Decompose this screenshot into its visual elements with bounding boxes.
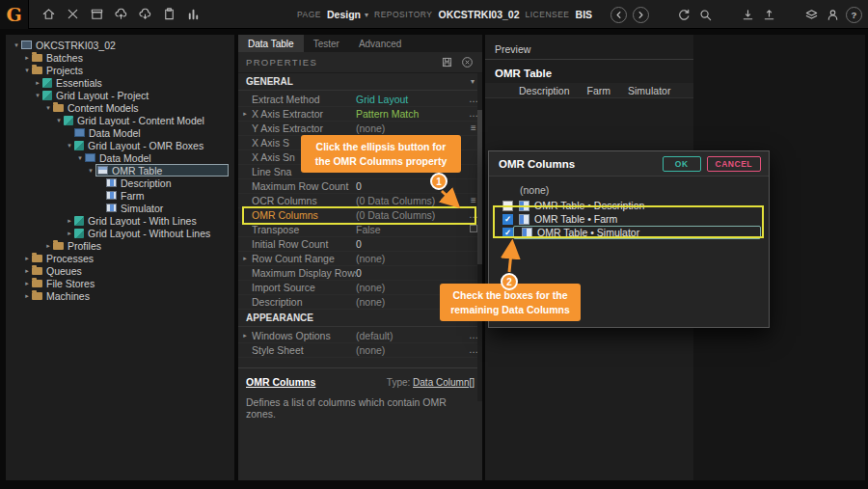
property-row-transpose[interactable]: TransposeFalse <box>238 223 482 237</box>
checkbox-checked[interactable]: ✓ <box>502 228 513 238</box>
expander-icon[interactable]: ▸ <box>65 217 74 225</box>
property-value[interactable]: (none) <box>356 122 465 134</box>
properties-scrollbar[interactable] <box>477 73 482 401</box>
page-selector[interactable]: Design <box>327 9 361 20</box>
expander-icon[interactable]: ▸ <box>238 332 252 340</box>
property-value[interactable]: (default) <box>356 330 465 341</box>
tree-item-queues[interactable]: ▸Queues <box>6 264 234 277</box>
property-value[interactable]: (none) <box>356 253 465 264</box>
expander-icon[interactable]: ▾ <box>54 117 64 124</box>
none-option[interactable]: (none) <box>520 184 763 197</box>
tree-item-grid-layout-with-lines[interactable]: ▸Grid Layout - With Lines <box>6 214 234 227</box>
property-value[interactable]: Grid Layout <box>356 94 465 105</box>
property-value[interactable]: False <box>356 224 465 235</box>
stats-icon[interactable] <box>185 7 201 22</box>
tree-item-omr-table[interactable]: ▾OMR Table <box>6 164 234 177</box>
tree-item-simulator[interactable]: Simulator <box>6 202 234 214</box>
refresh-icon[interactable] <box>676 7 692 22</box>
nav-forward-button[interactable] <box>633 7 649 23</box>
tree-item-machines[interactable]: ▸Machines <box>6 289 234 302</box>
expander-icon[interactable]: ▾ <box>43 104 53 112</box>
expander-icon[interactable]: ▸ <box>22 280 32 287</box>
property-row-extract-method[interactable]: Extract MethodGrid Layout… <box>238 93 482 107</box>
tree-item-grid-layout-without-lines[interactable]: ▸Grid Layout - Without Lines <box>6 227 234 239</box>
export-icon[interactable] <box>761 7 776 22</box>
tab-advanced[interactable]: Advanced <box>349 35 411 52</box>
tree-item-processes[interactable]: ▸Processes <box>6 252 234 264</box>
expander-icon[interactable]: ▾ <box>33 92 42 99</box>
tree-item-essentials[interactable]: ▸Essentials <box>6 76 234 89</box>
expander-icon[interactable]: ▸ <box>43 242 53 250</box>
tree-item-root[interactable]: ▾OKCSTRKI03_02 <box>6 39 234 51</box>
expander-icon[interactable]: ▸ <box>22 267 32 275</box>
expander-icon[interactable]: ▾ <box>22 67 32 74</box>
property-value[interactable]: (0 Data Columns) <box>356 209 465 221</box>
property-row-initial-row-count[interactable]: Initial Row Count0 <box>238 237 482 252</box>
expander-icon[interactable]: ▾ <box>12 41 21 49</box>
expander-icon[interactable]: ▾ <box>75 154 85 162</box>
expander-icon[interactable]: ▸ <box>22 54 32 62</box>
search-icon[interactable] <box>697 7 713 22</box>
column-header[interactable]: Farm <box>587 85 611 96</box>
type-link[interactable]: Data Column[] <box>413 377 475 388</box>
property-row-y-axis-extractor[interactable]: Y Axis Extractor(none)≡ <box>238 122 482 136</box>
expander-icon[interactable]: ▾ <box>65 142 74 149</box>
expander-icon[interactable]: ▸ <box>65 230 74 237</box>
property-row-row-count-range[interactable]: ▸Row Count Range(none) <box>238 252 482 266</box>
checkbox-checked[interactable]: ✓ <box>502 214 513 225</box>
dialog-item-simulator[interactable]: ✓ OMR Table • Simulator <box>497 226 763 239</box>
close-icon[interactable] <box>460 55 475 69</box>
tab-data-table[interactable]: Data Table <box>238 35 304 52</box>
dialog-item-farm[interactable]: ✓ OMR Table • Farm <box>497 212 763 226</box>
property-row-x-axis-extractor[interactable]: ▸X Axis ExtractorPattern Match… <box>238 107 482 122</box>
tree-item-profiles[interactable]: ▸Profiles <box>6 239 234 252</box>
tab-tester[interactable]: Tester <box>304 35 349 52</box>
scrollbar-thumb[interactable] <box>477 110 482 264</box>
user-icon[interactable] <box>825 7 840 22</box>
expander-icon[interactable]: ▸ <box>22 292 32 300</box>
help-button[interactable]: ? <box>846 7 862 23</box>
app-logo[interactable]: G <box>0 0 29 29</box>
ok-button[interactable]: OK <box>663 156 701 172</box>
tree-item-batches[interactable]: ▸Batches <box>6 51 234 64</box>
column-header[interactable]: Simulator <box>628 85 670 96</box>
property-value[interactable]: (none) <box>356 344 465 356</box>
tree-item-data-model-1[interactable]: Data Model <box>6 126 234 139</box>
property-row-style-sheet[interactable]: Style Sheet(none)… <box>238 343 482 358</box>
tree-item-grid-layout-content-model[interactable]: ▾Grid Layout - Content Model <box>6 114 234 126</box>
dialog-item-description[interactable]: OMR Table • Description <box>497 199 763 212</box>
expander-icon[interactable]: ▸ <box>22 255 32 262</box>
expander-icon[interactable]: ▸ <box>238 255 252 262</box>
tree-item-grid-layout-omr-boxes[interactable]: ▾Grid Layout - OMR Boxes <box>6 139 234 151</box>
tree-item-farm[interactable]: Farm <box>6 189 234 202</box>
clipboard-icon[interactable] <box>161 7 176 22</box>
expander-icon[interactable]: ▸ <box>33 79 42 87</box>
property-value[interactable]: 0 <box>356 267 465 279</box>
layers-icon[interactable] <box>803 7 819 22</box>
tools-icon[interactable] <box>65 7 80 22</box>
property-value[interactable]: 0 <box>356 238 465 250</box>
tree-item-grid-layout-project[interactable]: ▾Grid Layout - Project <box>6 89 234 101</box>
property-row-windows-options[interactable]: ▸Windows Options(default)… <box>238 329 482 343</box>
import-icon[interactable] <box>740 7 755 22</box>
cloud-upload-icon[interactable] <box>113 7 128 22</box>
home-icon[interactable] <box>41 7 56 22</box>
property-row-ocr-columns[interactable]: OCR Columns(0 Data Columns)≡ <box>238 194 482 208</box>
expander-icon[interactable]: ▾ <box>86 167 95 175</box>
checkbox-unchecked[interactable] <box>502 201 513 211</box>
tree-item-data-model-2[interactable]: ▾Data Model <box>6 151 234 164</box>
property-value[interactable]: Pattern Match <box>356 108 465 120</box>
cloud-download-icon[interactable] <box>137 7 152 22</box>
tree-item-projects[interactable]: ▾Projects <box>6 64 234 76</box>
nav-back-button[interactable] <box>610 7 627 23</box>
property-row-omr-columns[interactable]: OMR Columns(0 Data Columns)… <box>238 208 482 223</box>
tree-item-content-models[interactable]: ▾Content Models <box>6 101 234 114</box>
tree-item-file-stores[interactable]: ▸File Stores <box>6 277 234 289</box>
property-value[interactable]: (0 Data Columns) <box>356 195 465 206</box>
property-value[interactable]: 0 <box>356 180 465 192</box>
property-row-maximum-display-rows[interactable]: Maximum Display Rows0 <box>238 266 482 281</box>
save-icon[interactable] <box>440 55 454 69</box>
section-general[interactable]: GENERAL ▾ <box>238 73 482 91</box>
cancel-button[interactable]: CANCEL <box>707 156 761 172</box>
expander-icon[interactable]: ▸ <box>238 110 252 118</box>
